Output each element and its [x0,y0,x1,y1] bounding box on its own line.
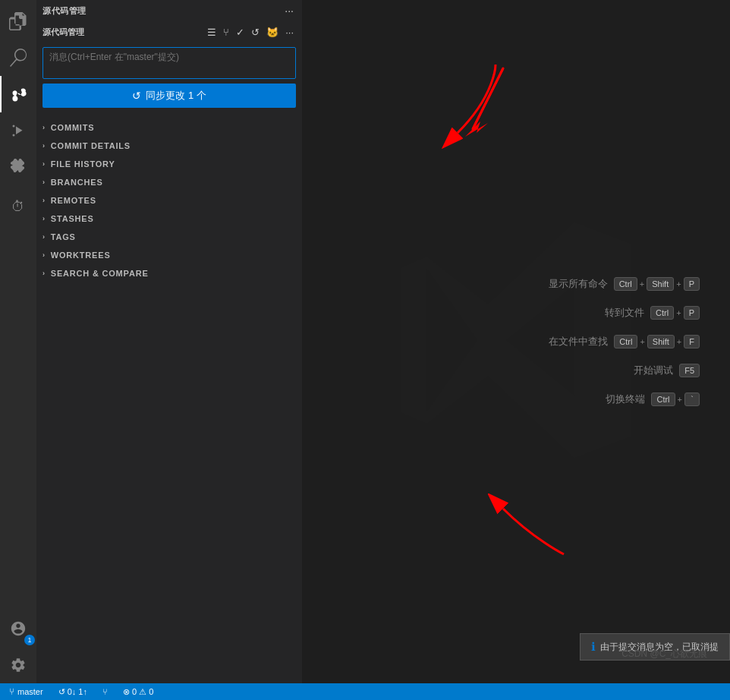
activity-scm[interactable] [0,76,36,112]
shortcut-toggle-terminal-keys: Ctrl + ` [651,393,700,406]
csdn-label: CSDN @C_心欲无痕 [621,648,707,661]
status-errors[interactable]: ⊗ 0 ⚠ 0 [120,687,156,697]
shortcut-toggle-terminal: 切换终端 Ctrl + ` [549,393,700,406]
activity-bar: ⏱ 1 [0,0,36,683]
red-arrow-bottom [488,493,579,562]
shortcut-find-in-files-keys: Ctrl + Shift + F [614,335,700,348]
shortcut-goto-file-label: 转到文件 [605,306,644,320]
main-container: ⏱ 1 源代码管理 ··· 源代码管理 [0,0,730,683]
activity-run[interactable] [0,112,36,149]
notification-icon: ℹ [591,640,596,654]
section-commits-label: COMMITS [51,123,95,132]
status-sync[interactable]: ↺ 0↓ 1↑ [55,687,90,697]
shortcut-toggle-terminal-label: 切换终端 [606,393,645,406]
activity-extensions[interactable] [0,149,36,185]
section-search-compare-label: SEARCH & COMPARE [51,269,149,278]
section-worktrees-chevron: › [42,251,46,259]
status-git[interactable]: ⑂ [99,687,111,696]
sidebar-header-actions: ··· [282,3,296,18]
section-tags-label: TAGS [51,232,76,241]
account-badge: 1 [24,635,35,645]
branch-icon[interactable]: ⑂ [221,25,231,39]
svg-marker-1 [465,121,488,137]
arrow-annotation-1 [450,61,518,147]
status-bar: ⑂ master ↺ 0↓ 1↑ ⑂ ⊗ 0 ⚠ 0 [0,683,730,700]
commit-wrapper [42,47,296,79]
shortcut-all-commands-label: 显示所有命令 [549,277,608,291]
section-file-history-chevron: › [42,160,46,168]
commit-message-input[interactable] [49,51,289,75]
sidebar: 源代码管理 ··· 源代码管理 ☰ ⑂ ✓ ↺ 🐱 ··· ↺ [36,0,302,683]
git-icon-status: ⑂ [102,687,108,696]
section-remotes-chevron: › [42,197,46,204]
section-remotes-label: REMOTES [51,196,96,205]
activity-account[interactable]: 1 [0,610,36,647]
sync-icon: ↺ [132,90,141,102]
section-worktrees[interactable]: › WORKTREES [36,246,302,264]
section-tags[interactable]: › TAGS [36,228,302,246]
shortcut-start-debug-label: 开始调试 [634,364,673,377]
red-arrow-sync [435,57,511,156]
section-commit-details[interactable]: › COMMIT DETAILS [36,137,302,155]
section-search-compare[interactable]: › SEARCH & COMPARE [36,264,302,282]
sync-button-label: 同步更改 1 个 [146,89,206,102]
check-icon[interactable]: ✓ [234,25,247,39]
scm-more-icon[interactable]: ··· [283,25,296,39]
section-commit-details-label: COMMIT DETAILS [51,141,131,150]
section-branches-chevron: › [42,178,46,186]
section-search-compare-chevron: › [42,270,46,277]
section-worktrees-label: WORKTREES [51,251,111,260]
activity-gitlens[interactable]: ⏱ [0,188,36,225]
sync-button[interactable]: ↺ 同步更改 1 个 [42,84,296,108]
section-file-history-label: FILE HISTORY [51,159,115,169]
scm-toolbar: ☰ ⑂ ✓ ↺ 🐱 ··· [205,25,296,39]
activity-settings[interactable] [0,647,36,683]
more-icon[interactable]: ··· [282,3,296,18]
shortcut-start-debug-keys: F5 [679,364,700,377]
csdn-text: CSDN @C_心欲无痕 [621,648,707,659]
section-stashes-label: STASHES [51,214,94,223]
status-branch[interactable]: ⑂ master [6,686,46,697]
scm-subtitle: 源代码管理 [42,27,84,38]
shortcut-find-in-files: 在文件中查找 Ctrl + Shift + F [549,335,700,348]
panel-sections: › COMMITS › COMMIT DETAILS › FILE HISTOR… [36,118,302,282]
shortcut-start-debug: 开始调试 F5 [549,364,700,377]
sync-button-wrapper: ↺ 同步更改 1 个 [36,79,302,112]
section-tags-chevron: › [42,233,46,241]
section-commits[interactable]: › COMMITS [36,118,302,137]
errors-warnings: ⊗ 0 ⚠ 0 [123,687,153,697]
section-branches[interactable]: › BRANCHES [36,173,302,191]
main-content: 显示所有命令 Ctrl + Shift + P 转到文件 Ctrl + P 在文 [302,0,730,683]
branch-name: master [17,687,43,696]
svg-line-0 [473,68,503,129]
scm-subheader: 源代码管理 ☰ ⑂ ✓ ↺ 🐱 ··· [36,21,302,43]
sidebar-header: 源代码管理 ··· [36,0,302,21]
shortcut-all-commands-keys: Ctrl + Shift + P [614,277,700,291]
activity-bar-bottom: 1 [0,610,36,683]
sidebar-title: 源代码管理 [42,5,87,17]
activity-explorer[interactable] [0,3,36,39]
shortcuts-container: 显示所有命令 Ctrl + Shift + P 转到文件 Ctrl + P 在文 [549,277,700,406]
branch-icon-status: ⑂ [9,686,14,697]
section-stashes[interactable]: › STASHES [36,210,302,228]
section-file-history[interactable]: › FILE HISTORY [36,155,302,173]
section-commit-details-chevron: › [42,142,46,150]
svg-line-2 [473,68,503,129]
shortcut-goto-file: 转到文件 Ctrl + P [549,306,700,320]
refresh-icon[interactable]: ↺ [249,25,262,39]
section-stashes-chevron: › [42,215,46,222]
shortcut-find-in-files-label: 在文件中查找 [549,335,608,348]
stage-all-icon[interactable]: ☰ [205,25,219,39]
section-remotes[interactable]: › REMOTES [36,191,302,210]
shortcut-goto-file-keys: Ctrl + P [650,306,700,320]
github-icon[interactable]: 🐱 [264,25,281,39]
sync-status: ↺ 0↓ 1↑ [58,687,87,697]
activity-search[interactable] [0,39,36,76]
shortcut-all-commands: 显示所有命令 Ctrl + Shift + P [549,277,700,291]
section-commits-chevron: › [42,124,46,131]
section-branches-label: BRANCHES [51,178,103,187]
